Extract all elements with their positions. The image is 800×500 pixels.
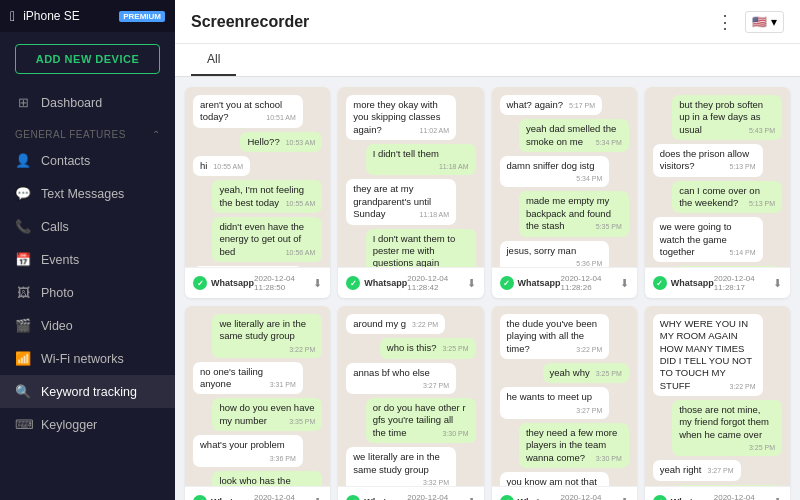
chat-grid: aren't you at school today? 10:51 AMHell… xyxy=(185,87,790,500)
chat-card-6: the dude you've been playing with all th… xyxy=(492,306,637,500)
message-bubble: they are at my grandparent's until Sunda… xyxy=(346,179,456,224)
message-bubble: the dude you've been playing with all th… xyxy=(500,314,610,359)
chat-date: 2020-12-04 11:27:46 xyxy=(714,493,767,500)
download-button[interactable]: ⬇ xyxy=(773,496,782,501)
message-bubble: yeah, I'm not feeling the best today 10:… xyxy=(212,180,322,213)
message-bubble: around my g 3:22 PM xyxy=(346,314,445,334)
main-content: Screenrecorder ⋮ 🇺🇸 ▾ All aren't you at … xyxy=(175,0,800,500)
message-bubble: how do you even have my number 3:35 PM xyxy=(212,398,322,431)
keylogger-label: Keylogger xyxy=(41,418,97,432)
chat-date: 2020-12-04 11:28:50 xyxy=(254,274,307,292)
download-button[interactable]: ⬇ xyxy=(313,277,322,290)
sidebar-item-contacts[interactable]: 👤 Contacts xyxy=(0,144,175,177)
message-bubble: they need a few more players in the team… xyxy=(519,423,629,468)
wifi-label: Wi-Fi networks xyxy=(41,352,124,366)
sidebar-item-keyword[interactable]: 🔍 Keyword tracking xyxy=(0,375,175,408)
add-device-button[interactable]: ADD NEW DEVICE xyxy=(15,44,160,74)
message-bubble: who is this? 3:25 PM xyxy=(380,338,476,358)
whatsapp-icon: ✓ xyxy=(500,276,514,290)
calls-icon: 📞 xyxy=(15,219,31,234)
message-bubble: but they prob soften up in a few days as… xyxy=(672,95,782,140)
whatsapp-label: ✓Whatsapp xyxy=(346,276,407,290)
wifi-icon: 📶 xyxy=(15,351,31,366)
text-messages-label: Text Messages xyxy=(41,187,124,201)
app-name: Whatsapp xyxy=(364,278,407,288)
app-name: Whatsapp xyxy=(671,278,714,288)
chat-messages: but they prob soften up in a few days as… xyxy=(645,87,790,267)
sidebar-item-wifi[interactable]: 📶 Wi-Fi networks xyxy=(0,342,175,375)
message-bubble: made me empty my backpack and found the … xyxy=(519,191,629,236)
chat-card-4: we literally are in the same study group… xyxy=(185,306,330,500)
footer-right: 2020-12-04 11:28:26⬇ xyxy=(561,274,629,292)
download-button[interactable]: ⬇ xyxy=(620,496,629,501)
chat-card-2: what? again? 5:17 PMyeah dad smelled the… xyxy=(492,87,637,298)
whatsapp-icon: ✓ xyxy=(653,495,667,500)
message-bubble: we literally are in the same study group… xyxy=(346,447,456,486)
sidebar-item-text-messages[interactable]: 💬 Text Messages xyxy=(0,177,175,210)
footer-right: 2020-12-04 11:28:10⬇ xyxy=(254,493,322,500)
sidebar-item-photo[interactable]: 🖼 Photo xyxy=(0,276,175,309)
chat-grid-wrapper[interactable]: aren't you at school today? 10:51 AMHell… xyxy=(175,77,800,500)
text-messages-icon: 💬 xyxy=(15,186,31,201)
chat-messages: around my g 3:22 PMwho is this? 3:25 PMa… xyxy=(338,306,483,486)
message-bubble: damn sniffer dog istg 5:34 PM xyxy=(500,156,610,187)
download-button[interactable]: ⬇ xyxy=(467,277,476,290)
sidebar:  iPhone SE PREMIUM ADD NEW DEVICE ⊞ Das… xyxy=(0,0,175,500)
whatsapp-label: ✓Whatsapp xyxy=(500,495,561,500)
premium-badge: PREMIUM xyxy=(119,11,165,22)
sidebar-item-calls[interactable]: 📞 Calls xyxy=(0,210,175,243)
dashboard-icon: ⊞ xyxy=(15,95,31,110)
message-bubble: no one's tailing anyone 3:31 PM xyxy=(193,362,303,395)
chat-messages: we literally are in the same study group… xyxy=(185,306,330,486)
download-button[interactable]: ⬇ xyxy=(467,496,476,501)
chat-date: 2020-12-04 11:28:17 xyxy=(714,274,767,292)
chat-footer: ✓Whatsapp2020-12-04 11:28:42⬇ xyxy=(338,267,483,298)
chat-messages: aren't you at school today? 10:51 AMHell… xyxy=(185,87,330,267)
message-bubble: WHY WERE YOU IN MY ROOM AGAIN HOW MANY T… xyxy=(653,314,763,396)
apple-icon:  xyxy=(10,8,15,24)
chat-footer: ✓Whatsapp2020-12-04 11:27:54⬇ xyxy=(492,486,637,500)
more-options-button[interactable]: ⋮ xyxy=(716,11,735,33)
chat-messages: what? again? 5:17 PMyeah dad smelled the… xyxy=(492,87,637,267)
chat-messages: more they okay with you skipping classes… xyxy=(338,87,483,267)
download-button[interactable]: ⬇ xyxy=(773,277,782,290)
whatsapp-icon: ✓ xyxy=(193,276,207,290)
tab-bar: All xyxy=(175,44,800,77)
whatsapp-label: ✓Whatsapp xyxy=(193,276,254,290)
whatsapp-label: ✓Whatsapp xyxy=(193,495,254,500)
chat-footer: ✓Whatsapp2020-12-04 11:28:26⬇ xyxy=(492,267,637,298)
tab-all[interactable]: All xyxy=(191,44,236,76)
footer-right: 2020-12-04 11:28:02⬇ xyxy=(407,493,475,500)
sidebar-item-keylogger[interactable]: ⌨ Keylogger xyxy=(0,408,175,441)
general-features-label: GENERAL FEATURES ⌃ xyxy=(0,119,175,144)
device-name: iPhone SE xyxy=(23,9,111,23)
sidebar-item-events[interactable]: 📅 Events xyxy=(0,243,175,276)
chat-messages: WHY WERE YOU IN MY ROOM AGAIN HOW MANY T… xyxy=(645,306,790,486)
message-bubble: you know am not that good of a player lo… xyxy=(500,472,610,486)
download-button[interactable]: ⬇ xyxy=(313,496,322,501)
chat-footer: ✓Whatsapp2020-12-04 11:28:17⬇ xyxy=(645,267,790,298)
chat-date: 2020-12-04 11:28:42 xyxy=(407,274,460,292)
sidebar-item-dashboard[interactable]: ⊞ Dashboard xyxy=(0,86,175,119)
photo-label: Photo xyxy=(41,286,74,300)
sidebar-item-video[interactable]: 🎬 Video xyxy=(0,309,175,342)
message-bubble: can I come over on the weekend? 5:13 PM xyxy=(672,181,782,214)
chat-card-5: around my g 3:22 PMwho is this? 3:25 PMa… xyxy=(338,306,483,500)
chat-messages: the dude you've been playing with all th… xyxy=(492,306,637,486)
message-bubble: he wants to meet up 3:27 PM xyxy=(500,387,610,418)
chat-card-0: aren't you at school today? 10:51 AMHell… xyxy=(185,87,330,298)
chevron-down-icon: ▾ xyxy=(771,15,777,29)
chat-footer: ✓Whatsapp2020-12-04 11:28:02⬇ xyxy=(338,486,483,500)
language-selector[interactable]: 🇺🇸 ▾ xyxy=(745,11,784,33)
keylogger-icon: ⌨ xyxy=(15,417,31,432)
message-bubble: we literally are in the same study group… xyxy=(212,314,322,358)
app-name: Whatsapp xyxy=(211,278,254,288)
message-bubble: Hello?? 10:53 AM xyxy=(240,132,322,152)
whatsapp-icon: ✓ xyxy=(500,495,514,500)
whatsapp-label: ✓Whatsapp xyxy=(653,276,714,290)
page-title: Screenrecorder xyxy=(191,13,309,31)
footer-right: 2020-12-04 11:28:17⬇ xyxy=(714,274,782,292)
download-button[interactable]: ⬇ xyxy=(620,277,629,290)
message-bubble: what's your problem 3:36 PM xyxy=(193,435,303,466)
message-bubble: more they okay with you skipping classes… xyxy=(346,95,456,140)
